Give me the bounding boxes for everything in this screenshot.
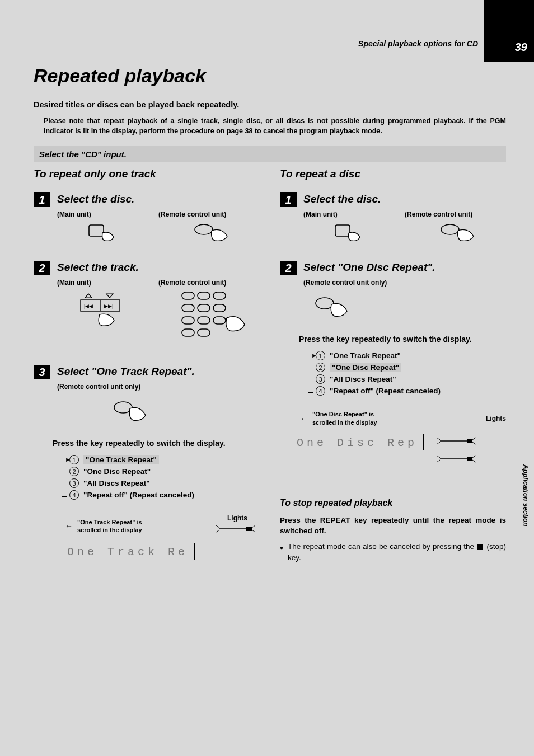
svg-rect-36 — [467, 457, 472, 461]
svg-rect-16 — [213, 317, 226, 324]
stop-instruction: Press the REPEAT key repeatedly until th… — [280, 515, 506, 537]
hand-press-remote-icon — [112, 416, 157, 426]
scroll-note: "One Disc Repeat" is scrolled in the dis… — [312, 410, 377, 426]
page-number-tab: 39 — [484, 0, 534, 62]
svg-rect-14 — [182, 317, 194, 324]
repeat-options-list: ► 1"One Track Repeat" 2"One Disc Repeat"… — [280, 351, 506, 396]
press-instruction: Press the key repeatedly to switch the d… — [34, 438, 260, 449]
svg-rect-21 — [246, 527, 252, 531]
svg-line-39 — [472, 456, 476, 458]
right-step-2: 2 Select "One Disc Repeat". — [280, 261, 506, 275]
svg-rect-0 — [89, 225, 104, 236]
column-repeat-disc: To repeat a disc 1 Select the disc. (Mai… — [280, 168, 506, 564]
hand-press-remote-icon — [170, 222, 260, 245]
scroll-note: "One Track Repeat" is scrolled in the di… — [77, 518, 142, 534]
svg-rect-17 — [182, 329, 194, 336]
left-step-2-title: Select the track. — [57, 261, 139, 274]
right-step-2-title: Select "One Disc Repeat". — [303, 261, 435, 274]
intro-summary: Desired titles or discs can be played ba… — [34, 100, 506, 109]
side-section-tab: Application section — [522, 464, 530, 527]
remote-unit-label: (Remote control unit) — [158, 279, 260, 287]
hand-press-main-icon — [303, 222, 394, 245]
step-number-icon: 2 — [280, 261, 297, 275]
svg-rect-8 — [182, 292, 194, 299]
svg-line-25 — [252, 530, 255, 532]
right-step-1: 1 Select the disc. — [280, 192, 506, 207]
page-content: Special playback options for CD Repeated… — [0, 0, 534, 586]
circled-3-icon: 3 — [69, 478, 79, 488]
svg-text:|◀◀: |◀◀ — [84, 303, 93, 309]
intro-note: Please note that repeat playback of a si… — [34, 116, 506, 136]
option-3: "All Discs Repeat" — [330, 375, 396, 383]
remote-only-label: (Remote control unit only) — [280, 279, 506, 287]
svg-line-24 — [252, 525, 255, 528]
repeat-options-list: ► 1"One Track Repeat" 2"One Disc Repeat"… — [34, 455, 260, 500]
left-step-3: 3 Select "One Track Repeat". — [34, 365, 260, 379]
remote-only-label: (Remote control unit only) — [34, 383, 260, 391]
option-4: "Repeat off" (Repeat canceled) — [83, 491, 194, 499]
right-step-1-title: Select the disc. — [303, 193, 381, 205]
remote-unit-label: (Remote control unit) — [158, 210, 260, 218]
indicator-light-icon — [215, 522, 260, 536]
svg-marker-4 — [85, 294, 92, 298]
svg-rect-18 — [198, 329, 210, 336]
svg-rect-11 — [182, 304, 194, 312]
hand-press-remote-icon — [416, 222, 506, 245]
step-number-icon: 1 — [34, 192, 50, 207]
right-heading: To repeat a disc — [280, 168, 506, 180]
svg-line-22 — [216, 525, 219, 528]
select-input-bar: Select the "CD" input. — [34, 146, 506, 162]
svg-line-34 — [472, 442, 476, 444]
main-unit-label: (Main unit) — [57, 279, 158, 287]
svg-rect-9 — [198, 292, 210, 299]
bracket-icon — [308, 354, 313, 393]
option-4: "Repeat off" (Repeat canceled) — [330, 387, 441, 395]
breadcrumb: Special playback options for CD — [34, 39, 478, 48]
step-number-icon: 1 — [280, 192, 297, 207]
option-1: "One Track Repeat" — [330, 351, 401, 360]
bullet-icon: ● — [280, 543, 283, 564]
option-2: "One Disc Repeat" — [330, 363, 401, 372]
bracket-icon — [62, 458, 67, 497]
left-arrow-icon: ← — [65, 522, 73, 530]
main-unit-label: (Main unit) — [57, 210, 158, 218]
left-step-2: 2 Select the track. — [34, 261, 260, 275]
svg-rect-10 — [213, 292, 226, 299]
stop-bullet: ● The repeat mode can also be canceled b… — [280, 541, 506, 564]
option-1: "One Track Repeat" — [83, 455, 159, 464]
hand-press-remote-icon — [313, 312, 358, 322]
svg-rect-30 — [467, 439, 472, 443]
page-number: 39 — [515, 41, 527, 54]
arrow-icon: ► — [311, 352, 317, 359]
remote-unit-label: (Remote control unit) — [405, 210, 506, 218]
lcd-display: One Disc Rep — [297, 434, 424, 450]
circled-4-icon: 4 — [316, 386, 325, 396]
circled-2-icon: 2 — [316, 363, 325, 372]
svg-point-1 — [195, 224, 213, 234]
lights-label: Lights — [486, 415, 506, 422]
svg-rect-26 — [335, 225, 350, 236]
column-repeat-one-track: To repeat only one track 1 Select the di… — [34, 168, 260, 564]
indicator-lights-icon — [435, 434, 486, 470]
arrow-icon: ► — [65, 456, 71, 463]
left-arrow-icon: ← — [300, 414, 308, 423]
lights-label: Lights — [215, 514, 260, 522]
step-number-icon: 2 — [34, 261, 50, 275]
main-unit-label: (Main unit) — [303, 210, 405, 218]
left-heading: To repeat only one track — [34, 168, 260, 180]
stop-heading: To stop repeated playback — [280, 498, 506, 508]
left-step-3-title: Select "One Track Repeat". — [57, 365, 195, 378]
svg-rect-13 — [213, 304, 226, 312]
left-step-1-title: Select the disc. — [57, 193, 134, 205]
skip-buttons-main-icon: |◀◀ ▶▶| — [57, 290, 147, 346]
hand-press-main-icon — [57, 222, 147, 245]
stop-square-icon — [477, 544, 483, 550]
svg-line-37 — [437, 456, 440, 458]
svg-rect-15 — [198, 317, 210, 324]
svg-rect-12 — [198, 304, 210, 312]
keypad-remote-icon — [170, 290, 260, 346]
svg-text:▶▶|: ▶▶| — [104, 303, 113, 309]
svg-line-23 — [216, 530, 219, 532]
svg-point-27 — [441, 224, 459, 234]
step-number-icon: 3 — [34, 365, 50, 379]
